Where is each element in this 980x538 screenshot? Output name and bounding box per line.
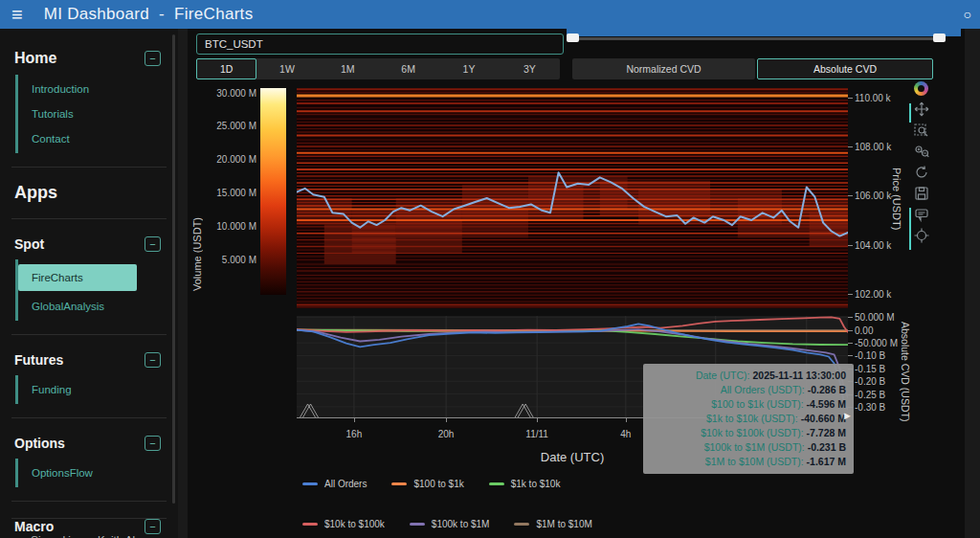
hover-closest-icon[interactable] [914,207,929,222]
axis-tick-label: 5.000 M [212,255,256,265]
axis-tick-mark [848,343,853,344]
axis-tick-label: -0.20 B [855,376,885,387]
axis-tick-mark [626,418,627,422]
axis-tick-label: 20.000 M [212,154,256,165]
sidebar-divider [11,167,167,168]
timeframe-button-6m[interactable]: 6M [378,58,438,79]
hover-tooltip: Date (UTC):2025-11-11 13:30:00All Orders… [643,364,854,474]
modebar-active-indicator [909,103,911,123]
plotly-logo-icon[interactable] [914,81,928,96]
sidebar-sublist: IntroductionTutorialsContact [15,75,178,153]
axis-tick-label: -0.30 B [855,402,885,413]
sidebar-group-options: Options−OptionsFlow [0,424,178,495]
axis-tick-mark [848,245,853,246]
legend-item--100k-to-1m[interactable]: $100k to $1M [410,519,490,529]
sidebar-group-title-row: Spot− [0,231,178,258]
legend-item--10k-to-100k[interactable]: $10k to $100k [302,519,385,529]
legend-label: $100k to $1M [432,519,490,529]
zoom-in-out-icon[interactable] [914,144,929,159]
sidebar-group-title-row: Options− [0,430,178,457]
axis-tick-label: 10.000 M [212,221,256,232]
tooltip-label: $1M to $10M (USDT): [651,455,804,469]
timeframe-button-3y[interactable]: 3Y [500,58,560,79]
sidebar-item-introduction[interactable]: Introduction [18,77,178,101]
tooltip-label: $10k to $100k (USDT): [651,426,804,440]
range-slider-strip [567,29,961,36]
sidebar-item-firecharts[interactable]: FireCharts [18,264,137,291]
volume-heatmap-chart[interactable] [297,88,848,308]
legend-label: $10k to $100k [324,519,385,529]
sidebar-item-contact[interactable]: Contact [18,126,178,151]
legend-swatch [410,523,425,526]
sidebar-divider [11,218,167,219]
timeframe-button-1d[interactable]: 1D [196,58,256,79]
sidebar-divider [11,501,167,502]
legend-item-all-orders[interactable]: All Orders [302,479,367,489]
axis-tick-mark [537,418,538,422]
timeframe-button-1w[interactable]: 1W [256,58,317,79]
pan-icon[interactable] [914,101,929,117]
timeframe-button-1y[interactable]: 1Y [438,58,499,79]
axis-tick-label: 110.00 k [855,93,891,103]
axis-tick-label: 15.000 M [212,188,256,198]
sidebar-group-spot: Spot−FireChartsGlobalAnalysis [0,225,178,328]
legend-swatch [489,482,504,485]
sidebar-item-globalanalysis[interactable]: GlobalAnalysis [18,294,178,319]
timeframe-button-1m[interactable]: 1M [318,58,378,79]
cvd-mode-button-group: Normalized CVDAbsolute CVD [572,58,933,79]
collapse-icon[interactable]: − [145,236,161,252]
axis-tick-mark [848,294,853,295]
sidebar-item-tutorials[interactable]: Tutorials [18,101,178,126]
box-zoom-icon[interactable] [914,123,929,138]
legend-item--1m-to-10m[interactable]: $1M to $10M [514,519,591,529]
range-slider-handle-left[interactable] [567,34,579,42]
symbol-input[interactable] [196,34,564,55]
range-slider-handle-right[interactable] [933,34,946,42]
plotly-modebar [914,81,939,243]
profile-icon[interactable]: ○ [964,7,971,22]
sidebar-sublist: OptionsFlow [15,459,178,487]
volume-axis-title: Volume (USDT) [191,182,203,325]
save-icon[interactable] [914,186,929,201]
axis-tick-label: -0.15 B [855,364,885,374]
axis-tick-mark [848,317,853,318]
legend-label: $1k to $10k [511,479,561,489]
sidebar: Home−IntroductionTutorialsContactAppsSpo… [0,29,178,538]
axis-tick-label: 4h [612,429,640,439]
chart-panel: 1D1W1M6M1Y3Y Normalized CVDAbsolute CVD … [188,29,965,538]
sidebar-item-optionsflow[interactable]: OptionsFlow [18,460,178,485]
tooltip-arrow-icon: ► [842,410,853,421]
sidebar-scrollbar[interactable] [172,34,175,504]
collapse-icon[interactable]: − [145,352,161,368]
tooltip-row: $100k to $1M (USDT):-0.231 B [651,440,846,455]
axis-tick-mark [446,418,447,422]
sidebar-group-title-row: Home− [0,44,178,73]
sidebar-item-funding[interactable]: Funding [18,377,178,402]
collapse-icon[interactable]: − [145,51,161,66]
cvd-button-normalized-cvd[interactable]: Normalized CVD [572,58,755,79]
tooltip-label: Date (UTC): [651,369,750,383]
collapse-icon[interactable]: − [145,436,161,451]
reset-axes-icon[interactable] [914,165,929,180]
sidebar-divider [11,417,167,418]
tooltip-row: $1M to $10M (USDT):-1.617 M [651,455,846,469]
collapse-icon[interactable]: − [145,519,161,534]
sidebar-sublist: Funding [15,375,178,404]
sidebar-sublist: FireChartsGlobalAnalysis [15,259,178,321]
legend-item--100-to-1k[interactable]: $100 to $1k [391,479,463,489]
tooltip-row: $1k to $10k (USDT):-40.660 M [651,412,846,426]
tooltip-row: Date (UTC):2025-11-11 13:30:00 [651,369,846,383]
legend-label: $100 to $1k [413,479,463,489]
modebar-active-indicator [909,208,911,250]
range-slider-track[interactable] [572,37,942,40]
sidebar-group-title-row: Futures− [0,347,178,373]
legend-swatch [302,482,318,485]
legend-item--1k-to-10k[interactable]: $1k to $10k [489,479,561,489]
sidebar-group-label: Spot [14,236,44,252]
spikelines-icon[interactable] [914,228,929,243]
cvd-button-absolute-cvd[interactable]: Absolute CVD [757,58,933,79]
tooltip-value: -7.728 M [807,426,846,440]
timeframe-button-group: 1D1W1M6M1Y3Y [196,58,560,79]
menu-icon[interactable]: ≡ [11,5,23,24]
sidebar-group-futures: Futures−Funding [0,341,178,412]
